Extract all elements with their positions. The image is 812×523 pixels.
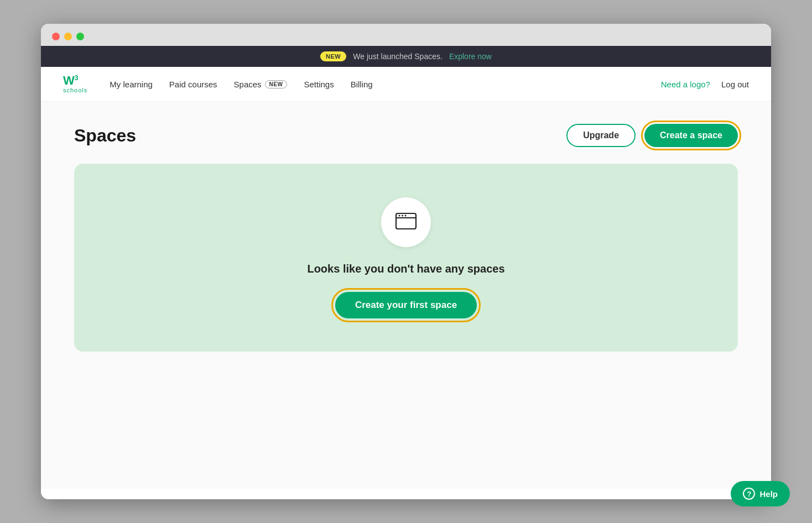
help-label: Help <box>759 489 778 499</box>
new-badge: NEW <box>320 51 346 61</box>
page-header: Spaces Upgrade Create a space <box>74 124 738 147</box>
create-space-button[interactable]: Create a space <box>644 124 738 147</box>
header-buttons: Upgrade Create a space <box>566 124 738 147</box>
spaces-label: Spaces <box>234 80 262 89</box>
explore-now-link[interactable]: Explore now <box>449 52 492 61</box>
nav: W3 schools My learning Paid courses Spac… <box>41 67 771 102</box>
help-icon: ? <box>743 488 755 500</box>
help-button[interactable]: ? Help <box>731 481 790 506</box>
need-logo-link[interactable]: Need a logo? <box>661 80 710 89</box>
upgrade-button[interactable]: Upgrade <box>566 124 636 147</box>
logo-schools: schools <box>63 87 87 93</box>
browser-content: NEW We just launched Spaces. Explore now… <box>41 46 771 499</box>
browser-window-icon <box>394 209 418 236</box>
nav-link-my-learning[interactable]: My learning <box>110 80 153 89</box>
announcement-bar: NEW We just launched Spaces. Explore now <box>41 46 771 67</box>
announcement-text: We just launched Spaces. <box>353 52 443 61</box>
minimize-button[interactable] <box>64 33 72 40</box>
nav-link-paid-courses[interactable]: Paid courses <box>169 80 217 89</box>
spaces-new-tag: NEW <box>265 80 288 88</box>
main-content: Spaces Upgrade Create a space <box>41 102 771 489</box>
nav-links: My learning Paid courses Spaces NEW Sett… <box>110 80 660 89</box>
svg-point-3 <box>402 215 403 216</box>
browser-chrome <box>41 24 771 46</box>
svg-point-4 <box>405 215 407 216</box>
logo-w3: W3 <box>63 75 78 87</box>
create-first-space-button[interactable]: Create your first space <box>335 292 477 318</box>
logo-sup: 3 <box>75 74 79 82</box>
nav-right: Need a logo? Log out <box>661 80 749 89</box>
svg-point-2 <box>399 215 400 216</box>
close-button[interactable] <box>52 33 60 40</box>
browser-window: NEW We just launched Spaces. Explore now… <box>41 24 771 499</box>
nav-link-billing[interactable]: Billing <box>351 80 373 89</box>
empty-state-message: Looks like you don't have any spaces <box>307 263 504 275</box>
logo[interactable]: W3 schools <box>63 75 87 93</box>
nav-link-settings[interactable]: Settings <box>304 80 334 89</box>
nav-link-spaces[interactable]: Spaces NEW <box>234 80 288 89</box>
maximize-button[interactable] <box>76 33 84 40</box>
page-title: Spaces <box>74 125 136 146</box>
empty-icon-circle <box>381 197 431 247</box>
empty-state-card: Looks like you don't have any spaces Cre… <box>74 164 738 352</box>
log-out-link[interactable]: Log out <box>721 80 749 89</box>
